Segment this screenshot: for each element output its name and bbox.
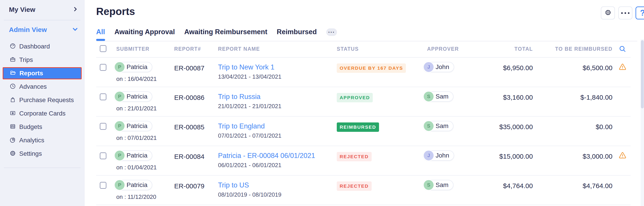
warning-icon: [618, 151, 627, 160]
help-button[interactable]: ?: [636, 6, 644, 19]
status-badge: APPROVED: [337, 93, 373, 102]
report-name-link[interactable]: Trip to US: [218, 181, 249, 189]
status-badge: OVERDUE BY 167 DAYS: [337, 63, 406, 73]
sidebar-menu: Dashboard Trips Reports Advances Purchas: [0, 40, 84, 160]
row-checkbox[interactable]: [100, 182, 106, 189]
sidebar-header-admin-view[interactable]: Admin View: [9, 26, 78, 33]
report-date-range: 21/01/2021 - 21/01/2021: [218, 103, 281, 110]
tab-awaiting-reimbursement[interactable]: Awaiting Reimbursement: [184, 28, 268, 41]
sidebar-item-advances[interactable]: Advances: [0, 80, 84, 93]
sidebar-item-label: Reports: [20, 70, 43, 77]
avatar: S: [423, 91, 434, 102]
report-date-range: 13/04/2021 - 13/04/2021: [218, 73, 281, 80]
sidebar-item-label: Advances: [19, 83, 47, 90]
sidebar-item-analytics[interactable]: Analytics: [0, 134, 84, 147]
admin-view-label: Admin View: [9, 26, 47, 33]
row-checkbox[interactable]: [100, 123, 106, 130]
select-all-checkbox[interactable]: [100, 45, 106, 52]
submitter-pill[interactable]: P Patricia: [114, 62, 152, 72]
sidebar-item-budgets[interactable]: Budgets: [0, 120, 84, 134]
sidebar-item-dashboard[interactable]: Dashboard: [0, 40, 84, 53]
sidebar-item-label: Trips: [19, 56, 33, 63]
to-be-reimbursed-amount: $-1,840.00: [580, 94, 612, 101]
table-row: P Patricia on : 16/04/2021 ER-00087 Trip…: [96, 58, 630, 87]
table-row: P Patricia on : 11/12/2020 ER-00079 Trip…: [96, 176, 630, 205]
tab-all[interactable]: All: [96, 28, 105, 41]
avatar: P: [114, 91, 125, 102]
sidebar-item-settings[interactable]: Settings: [0, 147, 84, 160]
submitter-pill[interactable]: P Patricia: [114, 91, 152, 102]
tab-awaiting-approval[interactable]: Awaiting Approval: [114, 28, 175, 41]
more-tabs-button[interactable]: ···: [326, 28, 337, 36]
report-number: ER-00084: [174, 153, 204, 160]
sidebar-item-label: Budgets: [19, 123, 42, 131]
status-badge: REJECTED: [337, 182, 372, 191]
report-name-link[interactable]: Patricia - ER-00084 06/01/2021: [218, 152, 315, 160]
submitter-pill[interactable]: P Patricia: [114, 121, 152, 131]
report-number: ER-00085: [174, 123, 204, 131]
settings-button[interactable]: [601, 6, 615, 19]
report-date-range: 07/01/2021 - 07/01/2021: [218, 132, 281, 139]
approver-name: Sam: [436, 93, 448, 100]
approver-name: Sam: [436, 122, 448, 130]
total-amount: $3,160.00: [503, 94, 533, 101]
submitted-on: on : 16/04/2021: [116, 75, 157, 82]
submitter-pill[interactable]: P Patricia: [114, 150, 152, 161]
table-row: P Patricia on : 07/01/2021 ER-00085 Trip…: [96, 117, 630, 146]
row-checkbox[interactable]: [100, 64, 106, 71]
avatar: P: [114, 150, 125, 161]
column-header-total: TOTAL: [514, 46, 533, 52]
reports-table: SUBMITTER REPORT# REPORT NAME STATUS APP…: [96, 43, 630, 205]
sidebar-item-purchase-requests[interactable]: Purchase Requests: [0, 93, 84, 107]
row-checkbox[interactable]: [100, 93, 106, 100]
report-number: ER-00079: [174, 182, 204, 190]
approver-pill[interactable]: S Sam: [423, 91, 454, 102]
to-be-reimbursed-amount: $0.00: [596, 123, 612, 131]
row-checkbox[interactable]: [100, 152, 106, 159]
sidebar-item-label: Purchase Requests: [19, 97, 74, 104]
avatar: S: [423, 120, 434, 132]
page-title: Reports: [96, 5, 135, 17]
scrollbar-thumb[interactable]: [641, 40, 644, 108]
submitter-pill[interactable]: P Patricia: [114, 180, 152, 190]
help-label: ?: [640, 8, 644, 18]
sidebar-item-corporate-cards[interactable]: Corporate Cards: [0, 107, 84, 120]
submitter-name: Patricia: [126, 182, 147, 189]
report-name-link[interactable]: Trip to England: [218, 122, 265, 130]
sidebar-item-label: Corporate Cards: [19, 110, 66, 117]
total-amount: $35,000.00: [499, 123, 533, 131]
pie-chart-icon: [10, 137, 16, 144]
approver-pill[interactable]: S Sam: [423, 121, 454, 131]
report-name-link[interactable]: Trip to New York 1: [218, 63, 274, 71]
report-number: ER-00087: [174, 64, 204, 72]
submitter-name: Patricia: [126, 122, 147, 130]
approver-name: Sam: [436, 182, 448, 189]
approver-pill[interactable]: S Sam: [423, 180, 454, 190]
sidebar-item-label: Analytics: [19, 137, 44, 144]
column-header-report-name: REPORT NAME: [218, 46, 260, 52]
sidebar-header-my-view[interactable]: My View: [9, 6, 78, 13]
total-amount: $4,764.00: [503, 182, 533, 190]
approver-pill[interactable]: J John: [423, 150, 454, 161]
submitter-name: Patricia: [126, 63, 147, 71]
sidebar-divider: [4, 20, 80, 20]
more-actions-button[interactable]: [618, 6, 632, 19]
table-header: SUBMITTER REPORT# REPORT NAME STATUS APP…: [96, 43, 630, 58]
report-name-link[interactable]: Trip to Russia: [218, 93, 260, 101]
sidebar-divider: [4, 168, 80, 168]
avatar: P: [114, 61, 125, 73]
sidebar-item-reports[interactable]: Reports: [3, 67, 82, 79]
avatar: J: [423, 150, 434, 161]
briefcase-icon: [10, 56, 16, 64]
avatar: J: [423, 61, 434, 73]
tab-reimbursed[interactable]: Reimbursed: [277, 28, 317, 41]
search-icon[interactable]: [618, 45, 626, 54]
chevron-right-icon: [72, 6, 78, 13]
submitted-on: on : 07/01/2021: [116, 135, 157, 141]
sidebar-item-trips[interactable]: Trips: [0, 53, 84, 67]
avatar: P: [114, 180, 125, 191]
report-date-range: 08/10/2019 - 08/10/2019: [218, 191, 281, 198]
approver-pill[interactable]: J John: [423, 62, 454, 72]
total-amount: $15,000.00: [499, 153, 533, 160]
my-view-label: My View: [9, 6, 35, 13]
